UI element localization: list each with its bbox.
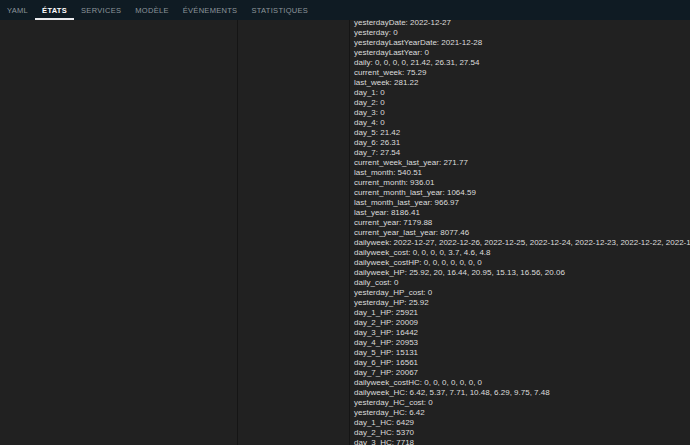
attribute-line: daily_cost: 0 (354, 278, 690, 288)
tab[interactable]: ÉVÉNEMENTS (176, 0, 245, 20)
tab[interactable]: SERVICES (74, 0, 128, 20)
attribute-line: day_2_HC: 5370 (354, 428, 690, 438)
attribute-line: current_month: 936.01 (354, 178, 690, 188)
tab-list: YAML ÉTATS SERVICES MODÈLE ÉVÉNEMENTS (0, 0, 315, 20)
attribute-line: day_5: 21.42 (354, 128, 690, 138)
entity-state-column-divider (237, 20, 238, 445)
attribute-line: yesterdayLastYear: 0 (354, 48, 690, 58)
state-attributes-column-divider (349, 20, 350, 445)
tab-label: YAML (7, 6, 28, 15)
attribute-line: day_7_HP: 20067 (354, 368, 690, 378)
attribute-line: day_3: 0 (354, 108, 690, 118)
dev-tools-window: YAML ÉTATS SERVICES MODÈLE ÉVÉNEMENTS (0, 0, 690, 445)
attribute-line: yesterday_HP: 25.92 (354, 298, 690, 308)
attribute-line: yesterday_HP_cost: 0 (354, 288, 690, 298)
attribute-line: current_year: 7179.88 (354, 218, 690, 228)
tab-label: STATISTIQUES (251, 6, 308, 15)
attribute-line: day_7: 27.54 (354, 148, 690, 158)
states-table-region: yesterdayDate: 2022-12-27 yesterday: 0 y… (0, 20, 690, 445)
attribute-line: yesterday_HC_cost: 0 (354, 398, 690, 408)
tab[interactable]: ÉTATS (35, 0, 74, 20)
attribute-line: dailyweek_HP: 25.92, 20, 16.44, 20.95, 1… (354, 268, 690, 278)
attribute-line: day_2_HP: 20009 (354, 318, 690, 328)
tab[interactable]: STATISTIQUES (244, 0, 315, 20)
tab-label: SERVICES (81, 6, 121, 15)
attribute-line: dailyweek: 2022-12-27, 2022-12-26, 2022-… (354, 238, 690, 248)
attribute-line: day_6_HP: 16561 (354, 358, 690, 368)
attribute-line: last_week: 281.22 (354, 78, 690, 88)
attribute-line: day_6: 26.31 (354, 138, 690, 148)
attribute-line: day_1_HC: 6429 (354, 418, 690, 428)
attribute-line: last_month: 540.51 (354, 168, 690, 178)
tab-label: ÉTATS (42, 6, 67, 15)
attribute-line: yesterday: 0 (354, 28, 690, 38)
attribute-line: dailyweek_costHP: 0, 0, 0, 0, 0, 0, 0 (354, 258, 690, 268)
tab[interactable]: YAML (0, 0, 35, 20)
attribute-line: current_week: 75.29 (354, 68, 690, 78)
attribute-line: last_month_last_year: 966.97 (354, 198, 690, 208)
attribute-line: daily: 0, 0, 0, 0, 21.42, 26.31, 27.54 (354, 58, 690, 68)
dev-tools-tab-bar: YAML ÉTATS SERVICES MODÈLE ÉVÉNEMENTS (0, 0, 690, 20)
attribute-line: current_year_last_year: 8077.46 (354, 228, 690, 238)
attribute-line: yesterdayLastYearDate: 2021-12-28 (354, 38, 690, 48)
attribute-line: day_1: 0 (354, 88, 690, 98)
attribute-line: dailyweek_costHC: 0, 0, 0, 0, 0, 0, 0 (354, 378, 690, 388)
attribute-line: current_week_last_year: 271.77 (354, 158, 690, 168)
attribute-line: day_1_HP: 25921 (354, 308, 690, 318)
attribute-line: yesterdayDate: 2022-12-27 (354, 18, 690, 28)
tab-label: ÉVÉNEMENTS (183, 6, 238, 15)
attribute-line: day_3_HC: 7718 (354, 438, 690, 445)
tab[interactable]: MODÈLE (128, 0, 175, 20)
attribute-line: day_2: 0 (354, 98, 690, 108)
attribute-line: last_year: 8186.41 (354, 208, 690, 218)
attributes-column: yesterdayDate: 2022-12-27 yesterday: 0 y… (354, 18, 690, 445)
attribute-line: current_month_last_year: 1064.59 (354, 188, 690, 198)
attribute-line: day_3_HP: 16442 (354, 328, 690, 338)
attribute-line: dailyweek_HC: 6.42, 5.37, 7.71, 10.48, 6… (354, 388, 690, 398)
tab-label: MODÈLE (135, 6, 168, 15)
attribute-line: day_5_HP: 15131 (354, 348, 690, 358)
attribute-line: day_4: 0 (354, 118, 690, 128)
attribute-line: yesterday_HC: 6.42 (354, 408, 690, 418)
attribute-line: dailyweek_cost: 0, 0, 0, 0, 3.7, 4.6, 4.… (354, 248, 690, 258)
attribute-line: day_4_HP: 20953 (354, 338, 690, 348)
